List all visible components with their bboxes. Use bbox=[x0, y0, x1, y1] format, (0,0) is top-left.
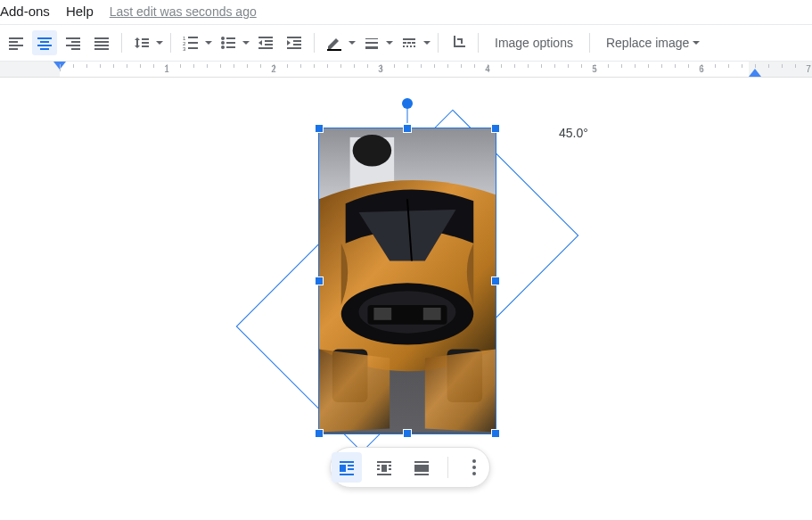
wrap-break-button[interactable] bbox=[406, 452, 437, 483]
bulleted-list-icon bbox=[220, 35, 236, 51]
ruler-tick bbox=[742, 64, 742, 68]
numbered-list-dropdown[interactable]: 123 bbox=[178, 30, 212, 55]
ruler-tick bbox=[247, 64, 248, 68]
ruler-label: 2 bbox=[271, 64, 276, 74]
svg-rect-72 bbox=[377, 468, 380, 470]
image-wrap-toolbar bbox=[330, 447, 490, 488]
ruler-tick bbox=[675, 64, 676, 68]
svg-rect-42 bbox=[365, 46, 378, 49]
wrap-inline-button[interactable] bbox=[332, 452, 362, 483]
svg-rect-12 bbox=[94, 37, 109, 39]
resize-handle-sw[interactable] bbox=[315, 429, 324, 438]
border-weight-dropdown[interactable] bbox=[359, 30, 393, 55]
svg-rect-50 bbox=[414, 45, 415, 47]
svg-rect-44 bbox=[403, 42, 406, 44]
ruler-tick bbox=[782, 64, 783, 68]
svg-rect-36 bbox=[293, 40, 301, 42]
line-spacing-dropdown[interactable] bbox=[129, 30, 163, 55]
ruler-tick bbox=[447, 64, 448, 68]
ruler-tick bbox=[621, 64, 622, 68]
ruler-tick bbox=[461, 64, 462, 68]
bulleted-list-dropdown[interactable] bbox=[216, 30, 250, 55]
align-right-button[interactable] bbox=[61, 30, 86, 55]
resize-handle-s[interactable] bbox=[403, 429, 412, 438]
replace-image-dropdown[interactable]: Replace image bbox=[597, 30, 709, 55]
image-options-button[interactable]: Image options bbox=[486, 30, 582, 55]
resize-handle-se[interactable] bbox=[491, 429, 500, 438]
ruler-tick bbox=[367, 64, 368, 68]
replace-image-label: Replace image bbox=[606, 36, 689, 50]
svg-rect-68 bbox=[377, 461, 391, 463]
ruler-tick bbox=[300, 64, 301, 68]
decrease-indent-button[interactable] bbox=[253, 30, 278, 55]
svg-rect-16 bbox=[142, 38, 149, 40]
svg-rect-35 bbox=[287, 37, 301, 38]
rotate-handle[interactable] bbox=[402, 98, 413, 109]
resize-handle-ne[interactable] bbox=[491, 124, 500, 133]
ruler-tick bbox=[314, 64, 315, 68]
right-indent-marker[interactable] bbox=[749, 69, 761, 77]
svg-rect-39 bbox=[327, 49, 341, 51]
menu-help[interactable]: Help bbox=[66, 4, 94, 19]
border-color-dropdown[interactable] bbox=[322, 30, 356, 55]
ruler-tick bbox=[140, 64, 141, 68]
ruler-tick bbox=[193, 64, 194, 68]
ruler-tick bbox=[407, 64, 408, 68]
align-justify-button[interactable] bbox=[89, 30, 114, 55]
ruler-label: 7 bbox=[806, 64, 811, 74]
svg-rect-3 bbox=[9, 48, 18, 50]
align-center-button[interactable] bbox=[32, 30, 57, 55]
border-dash-icon bbox=[401, 35, 417, 51]
wrap-text-button[interactable] bbox=[369, 452, 399, 483]
toolbar: 123 Image options bbox=[0, 25, 812, 62]
ruler-tick bbox=[394, 64, 395, 68]
menu-addons[interactable]: Add-ons bbox=[0, 4, 50, 19]
ruler-tick bbox=[287, 64, 288, 68]
svg-rect-40 bbox=[365, 38, 378, 39]
ruler-tick bbox=[728, 64, 729, 68]
ruler-tick bbox=[715, 64, 716, 68]
ruler-tick bbox=[86, 64, 87, 68]
ruler-tick bbox=[608, 64, 609, 68]
svg-rect-75 bbox=[414, 461, 429, 463]
separator bbox=[478, 33, 479, 53]
ruler-tick bbox=[648, 64, 649, 68]
ruler[interactable]: 1234567 bbox=[0, 62, 812, 78]
resize-handle-n[interactable] bbox=[403, 124, 412, 133]
resize-handle-e[interactable] bbox=[491, 277, 500, 285]
svg-rect-49 bbox=[410, 45, 412, 47]
ruler-tick bbox=[688, 64, 689, 68]
separator bbox=[438, 33, 439, 53]
separator bbox=[589, 33, 590, 53]
more-options-button[interactable] bbox=[459, 452, 489, 483]
border-dash-dropdown[interactable] bbox=[397, 30, 431, 55]
svg-rect-65 bbox=[348, 465, 354, 466]
document-canvas[interactable]: 45.0° bbox=[0, 78, 812, 512]
ruler-tick bbox=[260, 64, 261, 68]
separator bbox=[314, 33, 315, 53]
ruler-label: 3 bbox=[378, 64, 383, 74]
svg-rect-24 bbox=[188, 47, 198, 49]
increase-indent-button[interactable] bbox=[282, 30, 307, 55]
svg-rect-58 bbox=[373, 308, 391, 320]
ruler-tick bbox=[100, 64, 101, 68]
ruler-label: 6 bbox=[699, 64, 704, 74]
svg-rect-7 bbox=[40, 48, 49, 50]
svg-rect-18 bbox=[142, 45, 149, 47]
resize-handle-nw[interactable] bbox=[315, 124, 324, 133]
ruler-tick bbox=[768, 64, 769, 68]
ruler-label: 4 bbox=[485, 64, 490, 74]
align-center-icon bbox=[37, 35, 53, 51]
ruler-tick bbox=[180, 64, 181, 68]
edit-status[interactable]: Last edit was seconds ago bbox=[110, 4, 257, 19]
rotation-angle-label: 45.0° bbox=[559, 126, 588, 140]
ruler-tick bbox=[581, 64, 582, 68]
svg-rect-76 bbox=[414, 465, 429, 472]
selected-image[interactable] bbox=[318, 128, 496, 434]
car-image bbox=[319, 128, 496, 433]
resize-handle-w[interactable] bbox=[315, 277, 324, 285]
ruler-label: 1 bbox=[164, 64, 169, 74]
crop-button[interactable] bbox=[446, 30, 471, 55]
svg-rect-14 bbox=[94, 45, 109, 46]
align-left-button[interactable] bbox=[4, 30, 29, 55]
